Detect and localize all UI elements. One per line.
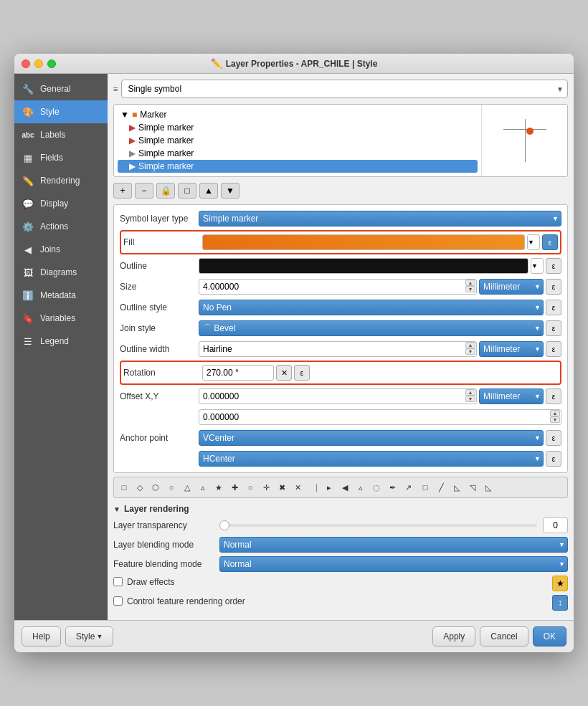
sym-trifill[interactable]: ◺ xyxy=(481,480,495,495)
feature-blending-dropdown[interactable]: Normal xyxy=(219,556,568,572)
offset-x-down-button[interactable]: ▼ xyxy=(465,396,475,402)
size-up-button[interactable]: ▲ xyxy=(465,280,475,286)
sidebar-item-joins[interactable]: ◀ Joins xyxy=(14,238,108,261)
layer-rendering-header[interactable]: ▼ Layer rendering xyxy=(113,504,568,514)
tree-item-simple4[interactable]: ▶ Simple marker xyxy=(118,160,478,173)
sidebar-item-actions[interactable]: ⚙️ Actions xyxy=(14,215,108,238)
sym-dotcircle[interactable]: ◌ xyxy=(369,480,384,495)
ok-button[interactable]: OK xyxy=(533,626,566,647)
outline-style-dropdown[interactable]: No Pen xyxy=(199,300,544,315)
sym-hexagon[interactable]: ⬡ xyxy=(148,480,163,495)
sidebar-item-rendering[interactable]: ✏️ Rendering xyxy=(14,169,108,192)
tree-item-simple3[interactable]: ▶ Simple marker xyxy=(118,147,478,160)
sidebar-item-variables[interactable]: 🔖 Variables xyxy=(14,307,108,330)
help-button[interactable]: Help xyxy=(22,626,61,647)
rotation-input[interactable] xyxy=(202,365,274,381)
anchor-vcenter-data-button[interactable]: ε xyxy=(546,430,561,446)
tree-item-simple2[interactable]: ▶ Simple marker xyxy=(118,134,478,147)
apply-button[interactable]: Apply xyxy=(432,626,475,647)
sym-star[interactable]: ★ xyxy=(212,480,226,495)
anchor-hcenter-dropdown[interactable]: HCenter xyxy=(199,451,544,467)
outline-style-data-button[interactable]: ε xyxy=(546,300,561,315)
tree-item-marker[interactable]: ▼ ■ Marker xyxy=(118,108,478,121)
add-layer-button[interactable]: + xyxy=(113,183,132,199)
sym-triangle-small[interactable]: ▵ xyxy=(354,480,368,495)
sym-square[interactable]: □ xyxy=(117,480,131,495)
outline-dropdown[interactable]: ▼ xyxy=(531,258,544,274)
sidebar-item-fields[interactable]: ▦ Fields xyxy=(14,146,108,169)
sym-arrow-right[interactable]: ▸ xyxy=(322,480,336,495)
outline-width-unit-dropdown[interactable]: Millimeter xyxy=(479,341,544,357)
anchor-vcenter-dropdown[interactable]: VCenter xyxy=(199,430,544,446)
size-down-button[interactable]: ▼ xyxy=(465,286,475,292)
sym-triangle-up[interactable]: △ xyxy=(180,480,194,495)
sym-tribr[interactable]: ◹ xyxy=(465,480,480,495)
sym-ellipse[interactable]: ○ xyxy=(243,480,257,495)
offset-x-input[interactable] xyxy=(199,388,477,404)
sidebar-item-diagrams[interactable]: 🖼 Diagrams xyxy=(14,261,108,284)
transparency-slider[interactable] xyxy=(219,524,537,527)
offset-unit-dropdown[interactable]: Millimeter xyxy=(479,388,544,404)
outline-width-up-button[interactable]: ▲ xyxy=(465,342,475,348)
sym-northeast[interactable]: ↗ xyxy=(401,480,415,495)
symbol-layer-type-dropdown[interactable]: Simple marker xyxy=(199,211,561,226)
sym-vline[interactable]: ⎹ xyxy=(306,480,321,495)
move-down-button[interactable]: ▼ xyxy=(221,183,240,199)
sym-tribl[interactable]: ◺ xyxy=(450,480,464,495)
outline-color-button[interactable] xyxy=(199,258,528,274)
sym-pen[interactable]: ✒ xyxy=(385,480,399,495)
layer-blending-dropdown[interactable]: Normal xyxy=(219,537,568,553)
sidebar-item-metadata[interactable]: ℹ️ Metadata xyxy=(14,284,108,307)
rotation-clear-button[interactable]: ✕ xyxy=(276,365,292,381)
sym-arrow-left[interactable]: ◀ xyxy=(338,480,352,495)
size-data-button[interactable]: ε xyxy=(546,279,561,295)
size-unit-dropdown[interactable]: Millimeter xyxy=(479,279,544,295)
sym-diamond[interactable]: ◇ xyxy=(133,480,147,495)
join-style-data-button[interactable]: ε xyxy=(546,320,561,336)
lock-layer-button[interactable]: 🔒 xyxy=(156,183,175,199)
outline-width-data-button[interactable]: ε xyxy=(546,341,561,357)
sym-cross[interactable]: ✚ xyxy=(227,480,242,495)
offset-data-button[interactable]: ε xyxy=(546,388,561,404)
symbol-type-dropdown[interactable]: Single symbol Categorized Graduated Rule… xyxy=(121,80,568,98)
maximize-button[interactable] xyxy=(47,59,56,68)
minimize-button[interactable] xyxy=(34,59,43,68)
sym-sq2[interactable]: □ xyxy=(418,480,432,495)
cancel-button[interactable]: Cancel xyxy=(480,626,528,647)
sidebar-item-labels[interactable]: abc Labels xyxy=(14,123,108,146)
outline-width-input[interactable] xyxy=(199,341,477,357)
fill-data-button[interactable]: ε xyxy=(542,234,558,250)
style-button[interactable]: Style ▼ xyxy=(65,626,114,647)
outline-data-button[interactable]: ε xyxy=(546,258,561,274)
fill-dropdown[interactable]: ▼ xyxy=(527,234,540,250)
sym-circle[interactable]: ○ xyxy=(164,480,179,495)
move-up-button[interactable]: ▲ xyxy=(199,183,218,199)
fill-color-button[interactable] xyxy=(202,234,525,250)
effects-star-button[interactable]: ★ xyxy=(552,576,568,591)
sym-x[interactable]: ✖ xyxy=(275,480,289,495)
sort-button[interactable]: ↕ xyxy=(552,595,568,611)
close-button[interactable] xyxy=(22,59,30,68)
duplicate-layer-button[interactable]: □ xyxy=(178,183,196,199)
sidebar-item-legend[interactable]: ☰ Legend xyxy=(14,330,108,353)
join-style-dropdown[interactable]: ⌒ Bevel xyxy=(199,320,544,336)
sym-slash[interactable]: ╱ xyxy=(434,480,448,495)
offset-y-down-button[interactable]: ▼ xyxy=(550,416,560,423)
offset-y-input[interactable] xyxy=(199,409,561,425)
draw-effects-checkbox[interactable] xyxy=(113,577,123,586)
tree-item-simple1[interactable]: ▶ Simple marker xyxy=(118,121,478,134)
anchor-hcenter-data-button[interactable]: ε xyxy=(546,451,561,467)
transparency-value-input[interactable] xyxy=(543,517,568,533)
sym-times[interactable]: ✕ xyxy=(290,480,305,495)
outline-width-down-button[interactable]: ▼ xyxy=(465,348,475,355)
sidebar-item-general[interactable]: 🔧 General xyxy=(14,77,108,100)
sidebar-item-style[interactable]: 🎨 Style xyxy=(14,100,108,123)
sym-triangle-up2[interactable]: ▵ xyxy=(196,480,210,495)
offset-y-up-button[interactable]: ▲ xyxy=(550,410,560,416)
rotation-data-button[interactable]: ε xyxy=(294,365,310,381)
offset-x-up-button[interactable]: ▲ xyxy=(465,389,475,396)
sym-plus[interactable]: ✛ xyxy=(259,480,273,495)
sidebar-item-display[interactable]: 💬 Display xyxy=(14,192,108,215)
size-input[interactable] xyxy=(199,279,477,295)
remove-layer-button[interactable]: − xyxy=(135,183,153,199)
